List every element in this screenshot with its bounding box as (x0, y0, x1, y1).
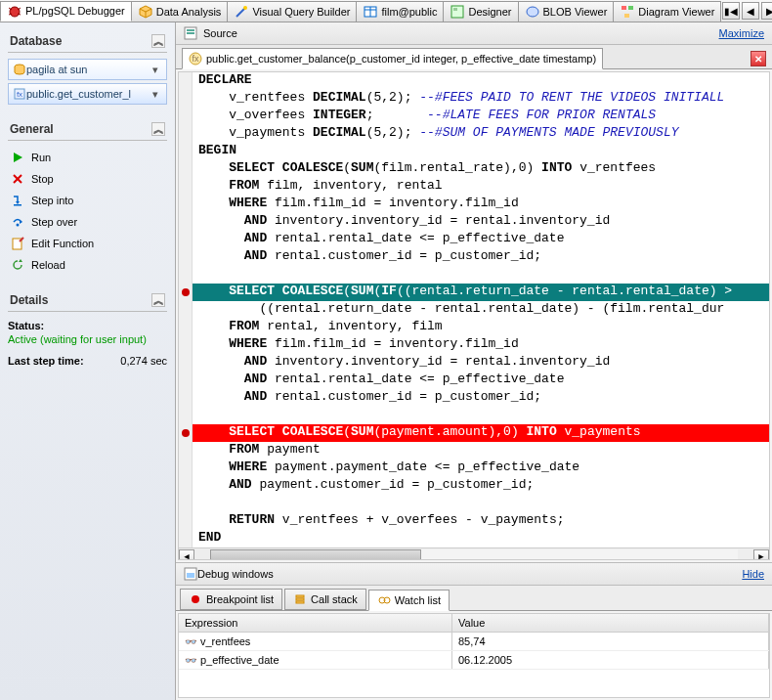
database-selector[interactable]: fxpublic.get_customer_l▾ (8, 83, 167, 105)
gutter[interactable] (179, 266, 193, 284)
gutter[interactable] (179, 477, 193, 495)
close-function-button[interactable]: ✕ (751, 51, 766, 66)
gutter[interactable] (179, 459, 193, 477)
gutter[interactable] (179, 495, 193, 512)
hide-link[interactable]: Hide (742, 568, 764, 580)
code-line[interactable]: AND rental.rental_date <= p_effective_da… (179, 372, 769, 389)
code-text: WHERE payment.payment_date <= p_effectiv… (193, 459, 769, 477)
code-line[interactable]: FROM film, inventory, rental (179, 178, 769, 196)
function-tab[interactable]: fx public.get_customer_balance(p_custome… (182, 48, 603, 69)
code-line[interactable] (179, 266, 769, 284)
gutter[interactable] (179, 319, 193, 336)
gutter[interactable] (179, 108, 193, 125)
code-line[interactable]: SELECT COALESCE(SUM(payment.amount),0) I… (179, 424, 769, 442)
code-line[interactable] (179, 495, 769, 512)
stop-action[interactable]: Stop (8, 168, 167, 190)
code-line[interactable]: AND rental.rental_date <= p_effective_da… (179, 231, 769, 248)
gutter[interactable] (179, 354, 193, 372)
gutter[interactable] (179, 125, 193, 143)
watch-header-row: Expression Value (179, 614, 769, 633)
database-selector[interactable]: pagila at sun▾ (8, 59, 167, 80)
top-tab-pl-pgsql-debugger[interactable]: PL/pgSQL Debugger (0, 1, 132, 22)
edit-function-action[interactable]: Edit Function (8, 233, 167, 254)
gutter[interactable] (179, 424, 193, 442)
gutter[interactable] (179, 512, 193, 530)
tab-nav-prev[interactable]: ◀ (742, 2, 759, 20)
svg-rect-34 (187, 29, 194, 31)
watch-col-expression[interactable]: Expression (179, 614, 452, 632)
gutter[interactable] (179, 196, 193, 213)
step-over-action[interactable]: Step over (8, 211, 167, 233)
code-line[interactable]: v_rentfees DECIMAL(5,2); --#FEES PAID TO… (179, 90, 769, 108)
code-line[interactable]: RETURN v_rentfees + v_overfees - v_payme… (179, 512, 769, 530)
code-line[interactable]: AND inventory.inventory_id = rental.inve… (179, 354, 769, 372)
top-tab-film-public[interactable]: film@public (356, 1, 444, 22)
code-line[interactable]: DECLARE (179, 72, 769, 90)
dropdown-icon[interactable]: ▾ (149, 64, 162, 76)
gutter[interactable] (179, 248, 193, 266)
collapse-icon[interactable]: ︽ (151, 293, 165, 307)
step-into-action[interactable]: Step into (8, 190, 167, 211)
code-line[interactable] (179, 407, 769, 424)
watch-row[interactable]: 👓p_effective_date06.12.2005 (179, 651, 769, 670)
top-tab-visual-query-builder[interactable]: Visual Query Builder (227, 1, 357, 22)
code-line[interactable]: END (179, 530, 769, 547)
code-line[interactable]: ((rental.return_date - rental.rental_dat… (179, 301, 769, 319)
watch-col-value[interactable]: Value (452, 614, 769, 632)
code-line[interactable]: AND inventory.inventory_id = rental.inve… (179, 213, 769, 231)
details-panel: Details ︽ Status: Active (waiting for us… (8, 289, 167, 369)
collapse-icon[interactable]: ︽ (151, 122, 165, 136)
top-tab-designer[interactable]: Designer (443, 1, 518, 22)
breakpoint-marker[interactable] (182, 288, 190, 296)
gutter[interactable] (179, 143, 193, 160)
code-line[interactable]: FROM rental, inventory, film (179, 319, 769, 336)
gutter[interactable] (179, 72, 193, 90)
breakpoint-marker[interactable] (182, 429, 190, 437)
code-line[interactable]: SELECT COALESCE(SUM(IF((rental.return_da… (179, 284, 769, 301)
debug-tab-call-stack[interactable]: Call stack (284, 589, 366, 610)
dropdown-icon[interactable]: ▾ (149, 88, 162, 101)
code-line[interactable]: v_overfees INTEGER; --#LATE FEES FOR PRI… (179, 108, 769, 125)
code-line[interactable]: SELECT COALESCE(SUM(film.rental_rate),0)… (179, 160, 769, 178)
source-header: Source Maximize (176, 22, 772, 45)
code-line[interactable]: WHERE payment.payment_date <= p_effectiv… (179, 459, 769, 477)
gutter[interactable] (179, 389, 193, 407)
gutter[interactable] (179, 301, 193, 319)
gutter[interactable] (179, 336, 193, 354)
code-line[interactable]: WHERE film.film_id = inventory.film_id (179, 336, 769, 354)
top-tab-data-analysis[interactable]: Data Analysis (131, 1, 229, 22)
gutter[interactable] (179, 284, 193, 301)
code-line[interactable]: v_payments DECIMAL(5,2); --#SUM OF PAYME… (179, 125, 769, 143)
run-action[interactable]: Run (8, 147, 167, 168)
watch-row[interactable]: 👓v_rentfees85,74 (179, 633, 769, 651)
debug-tab-breakpoint-list[interactable]: Breakpoint list (180, 589, 282, 610)
gutter[interactable] (179, 530, 193, 547)
top-tab-blob-viewer[interactable]: BLOB Viewer (518, 1, 615, 22)
tab-nav-next[interactable]: ▶ (761, 2, 772, 20)
gutter[interactable] (179, 178, 193, 196)
gutter[interactable] (179, 372, 193, 389)
maximize-link[interactable]: Maximize (719, 27, 764, 39)
svg-marker-32 (19, 259, 22, 262)
debug-tab-label: Watch list (395, 594, 441, 606)
tab-nav-first[interactable]: ▮◀ (722, 2, 740, 20)
code-line[interactable]: AND rental.customer_id = p_customer_id; (179, 389, 769, 407)
code-line[interactable]: FROM payment (179, 442, 769, 459)
code-line[interactable]: WHERE film.film_id = inventory.film_id (179, 196, 769, 213)
code-line[interactable]: BEGIN (179, 143, 769, 160)
gutter[interactable] (179, 231, 193, 248)
collapse-icon[interactable]: ︽ (151, 34, 165, 48)
gutter[interactable] (179, 213, 193, 231)
top-tab-diagram-viewer[interactable]: Diagram Viewer (613, 1, 721, 22)
gutter[interactable] (179, 442, 193, 459)
gutter[interactable] (179, 160, 193, 178)
gutter[interactable] (179, 407, 193, 424)
code-editor[interactable]: DECLARE v_rentfees DECIMAL(5,2); --#FEES… (178, 71, 770, 560)
top-tab-label: Designer (468, 6, 511, 18)
code-line[interactable]: AND rental.customer_id = p_customer_id; (179, 248, 769, 266)
code-line[interactable]: AND payment.customer_id = p_customer_id; (179, 477, 769, 495)
gutter[interactable] (179, 90, 193, 108)
horizontal-scrollbar[interactable]: ◀ ▶ (179, 547, 769, 560)
debug-tab-watch-list[interactable]: Watch list (368, 590, 450, 611)
reload-action[interactable]: Reload (8, 254, 167, 276)
